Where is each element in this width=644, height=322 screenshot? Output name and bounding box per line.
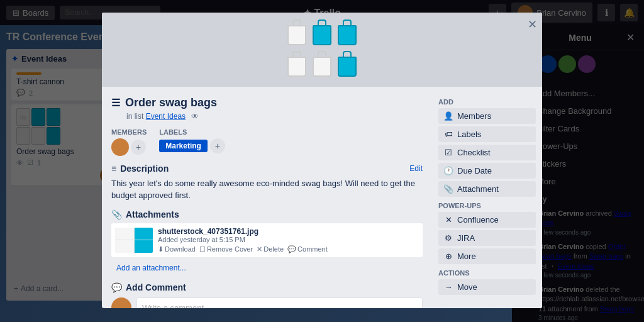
- bag-cyan-1: [311, 19, 333, 48]
- attachments-section: 📎 Attachments: [111, 209, 423, 275]
- labels-field: Labels Marketing +: [159, 128, 225, 156]
- add-attachment-link[interactable]: Add an attachment...: [111, 261, 423, 275]
- clock-action-icon: 🕐: [443, 166, 453, 175]
- download-label: Download: [165, 245, 196, 253]
- member-avatars: +: [111, 138, 147, 156]
- attachment-action-button[interactable]: 📎 Attachment: [438, 181, 536, 197]
- attachments-header: 📎 Attachments: [111, 209, 423, 219]
- due-date-action-button[interactable]: 🕐 Due Date: [438, 163, 536, 179]
- bag-white-1: [286, 19, 308, 48]
- add-group-title: Add: [438, 98, 536, 106]
- comment-placeholder: Write a comment...: [142, 303, 211, 308]
- comment-section-icon: 💬: [111, 282, 122, 292]
- attachment-name: shutterstock_407351761.jpg: [158, 227, 419, 236]
- jira-btn-label: JIRA: [457, 233, 475, 243]
- remove-cover-label: Remove Cover: [207, 245, 253, 253]
- labels-btn-label: Labels: [457, 130, 481, 139]
- thumb-cell-3: [115, 240, 134, 253]
- confluence-btn-label: Confluence: [457, 215, 499, 225]
- labels-action-button[interactable]: 🏷 Labels: [438, 126, 536, 142]
- labels-label: Labels: [159, 128, 225, 136]
- label-action-icon: 🏷: [443, 130, 453, 139]
- modal-close-button[interactable]: ✕: [528, 18, 537, 31]
- add-member-button[interactable]: +: [131, 140, 146, 155]
- members-action-button[interactable]: 👤 Members: [438, 108, 536, 124]
- move-icon: →: [443, 282, 453, 292]
- delete-label: Delete: [264, 245, 284, 253]
- description-header: ≡ Description Edit: [111, 164, 423, 174]
- paperclip-action-icon: 📎: [443, 184, 453, 194]
- list-name-link: Event Ideas: [146, 112, 186, 121]
- comment-action[interactable]: 💬 Comment: [287, 245, 328, 253]
- card-modal: ✕: [102, 13, 542, 308]
- members-btn-label: Members: [457, 111, 491, 121]
- bag-cyan-2: [336, 19, 358, 48]
- comment-label: Comment: [297, 245, 328, 253]
- modal-title-text: Order swag bags: [125, 96, 217, 109]
- remove-cover-action[interactable]: ☐ Remove Cover: [199, 245, 253, 253]
- more-pu-icon: ⊕: [443, 252, 453, 261]
- member-avatar-1: [111, 138, 129, 156]
- comment-input-area: Write a comment...: [111, 297, 423, 308]
- edit-description-link[interactable]: Edit: [409, 164, 423, 173]
- members-field: Members +: [111, 128, 147, 156]
- modal-body: ☰ Order swag bags in list Event Ideas 👁 …: [102, 87, 542, 308]
- checklist-action-icon: ☑: [443, 148, 453, 157]
- card-list-info: in list Event Ideas 👁: [111, 112, 423, 121]
- attachment-date: Added yesterday at 5:15 PM: [158, 236, 419, 243]
- attachments-title: 📎 Attachments: [111, 209, 179, 219]
- modal-action-sidebar: Add 👤 Members 🏷 Labels ☑ Checklist 🕐 Due…: [432, 87, 542, 308]
- add-comment-label: Add Comment: [126, 282, 186, 292]
- description-label: Description: [120, 164, 169, 174]
- move-btn-label: Move: [457, 282, 477, 292]
- jira-action-button[interactable]: ⚙ JIRA: [438, 230, 536, 246]
- attachment-actions: ⬇ Download ☐ Remove Cover ✕ Delete 💬 Com…: [158, 245, 419, 253]
- bag-white-3: [311, 51, 333, 80]
- attachments-label: Attachments: [126, 209, 179, 219]
- modal-cover: [102, 13, 542, 87]
- comment-section: 💬 Add Comment Write a comment...: [111, 282, 423, 308]
- modal-overlay: ✕: [0, 0, 644, 322]
- list-link[interactable]: Event Ideas: [146, 112, 186, 121]
- attach-icon: 📎: [111, 209, 122, 219]
- description-section: ≡ Description Edit This year let's do so…: [111, 164, 423, 202]
- confluence-action-button[interactable]: ✕ Confluence: [438, 212, 536, 228]
- move-action-button[interactable]: → Move: [438, 279, 536, 295]
- in-list-label: in list: [126, 112, 143, 121]
- modal-main-content: ☰ Order swag bags in list Event Ideas 👁 …: [102, 87, 432, 308]
- marketing-label-tag: Marketing: [159, 140, 208, 152]
- description-title: ≡ Description: [111, 164, 169, 174]
- more-powerups-button[interactable]: ⊕ More: [438, 248, 536, 264]
- thumb-cell-4: [135, 240, 153, 253]
- due-date-btn-label: Due Date: [457, 166, 492, 175]
- checklist-action-button[interactable]: ☑ Checklist: [438, 145, 536, 160]
- more-pu-label: More: [457, 252, 476, 261]
- attachment-thumbnail: [115, 228, 153, 253]
- card-icon: ☰: [111, 97, 120, 109]
- description-icon: ≡: [111, 164, 116, 174]
- checklist-btn-label: Checklist: [457, 148, 491, 157]
- download-action[interactable]: ⬇ Download: [158, 245, 196, 253]
- description-text: This year let's do some really awesome e…: [111, 177, 423, 202]
- thumb-cell-1: [115, 228, 134, 240]
- comment-header: 💬 Add Comment: [111, 282, 423, 292]
- delete-action[interactable]: ✕ Delete: [257, 245, 284, 253]
- modal-card-title: ☰ Order swag bags: [111, 96, 423, 109]
- thumb-cell-2: [135, 228, 153, 240]
- person-action-icon: 👤: [443, 111, 453, 121]
- attachment-info: shutterstock_407351761.jpg Added yesterd…: [158, 227, 419, 253]
- modal-members-labels-row: Members + Labels Marketing +: [111, 128, 423, 156]
- jira-icon: ⚙: [443, 233, 453, 243]
- watch-icon: 👁: [191, 112, 199, 121]
- comment-input[interactable]: Write a comment...: [136, 297, 423, 308]
- confluence-icon: ✕: [443, 215, 453, 225]
- add-label-button[interactable]: +: [210, 138, 225, 153]
- commenter-avatar: [111, 297, 131, 308]
- bag-cyan-3: [336, 51, 358, 80]
- attachment-btn-label: Attachment: [457, 184, 499, 194]
- bag-white-2: [286, 51, 308, 80]
- power-ups-group-title: Power-Ups: [438, 202, 536, 209]
- attachment-item: shutterstock_407351761.jpg Added yesterd…: [111, 223, 423, 257]
- members-label: Members: [111, 128, 147, 136]
- actions-group-title: Actions: [438, 269, 536, 277]
